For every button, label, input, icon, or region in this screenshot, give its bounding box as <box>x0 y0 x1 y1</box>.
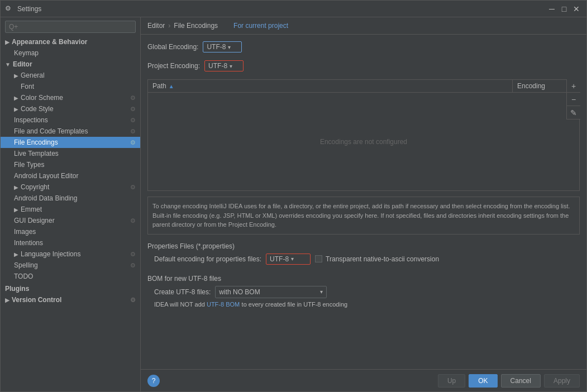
maximize-button[interactable]: □ <box>559 3 570 15</box>
sidebar-item-spelling[interactable]: Spelling ⚙ <box>1 260 140 271</box>
project-encoding-value: UTF-8 <box>208 62 227 70</box>
sidebar-item-keymap[interactable]: Keymap <box>1 47 140 59</box>
cancel-button[interactable]: Cancel <box>501 374 541 388</box>
default-encoding-dropdown[interactable]: UTF-8 ▾ <box>266 254 311 265</box>
chevron-icon: ▶ <box>14 207 18 213</box>
sidebar-item-code-style[interactable]: ▶ Code Style ⚙ <box>1 103 140 114</box>
breadcrumb-parent: Editor <box>147 22 165 30</box>
sidebar-item-file-types[interactable]: File Types <box>1 159 140 170</box>
sidebar-item-emmet[interactable]: ▶ Emmet <box>1 204 140 215</box>
sidebar-item-label: File Types <box>14 161 44 169</box>
settings-icon: ⚙ <box>130 184 136 191</box>
bom-section-label: BOM for new UTF-8 files <box>147 275 580 283</box>
sidebar-item-font[interactable]: Font <box>1 81 140 92</box>
settings-icon: ⚙ <box>130 251 136 258</box>
global-encoding-value: UTF-8 <box>207 43 226 51</box>
bom-info-suffix: to every created file in UTF-8 encoding <box>242 301 348 308</box>
bom-dropdown[interactable]: with NO BOM ▾ <box>215 286 327 298</box>
settings-icon: ⚙ <box>130 94 136 102</box>
sidebar-item-intentions[interactable]: Intentions <box>1 237 140 248</box>
sidebar-item-label: Code Style <box>21 105 54 113</box>
sidebar-item-label: File and Code Templates <box>14 127 88 135</box>
minimize-button[interactable]: ─ <box>546 3 557 15</box>
sidebar-item-gui-designer[interactable]: GUI Designer ⚙ <box>1 215 140 226</box>
transparent-checkbox-row: Transparent native-to-ascii conversion <box>315 255 439 263</box>
description-content: To change encoding IntelliJ IDEA uses fo… <box>152 203 570 228</box>
sidebar-item-language-injections[interactable]: ▶ Language Injections ⚙ <box>1 248 140 260</box>
sidebar-item-file-encodings[interactable]: File Encodings ⚙ <box>1 137 140 148</box>
global-encoding-dropdown[interactable]: UTF-8 ▾ <box>203 41 242 52</box>
chevron-icon: ▼ <box>5 61 11 68</box>
encoding-table: Path ▲ Encoding Encodings are not config… <box>147 79 580 191</box>
sidebar-item-copyright[interactable]: ▶ Copyright ⚙ <box>1 181 140 193</box>
table-actions: + − ✎ <box>566 79 580 119</box>
chevron-icon: ▶ <box>14 73 18 79</box>
sidebar-item-label: File Encodings <box>14 138 58 146</box>
project-link[interactable]: For current project <box>233 22 288 30</box>
sidebar-item-label: Live Templates <box>14 150 59 157</box>
sidebar-item-version-control[interactable]: ▶ Version Control ⚙ <box>1 294 140 305</box>
edit-row-button[interactable]: ✎ <box>567 106 580 119</box>
close-button[interactable]: ✕ <box>571 3 582 15</box>
settings-icon: ⚙ <box>130 262 136 269</box>
sidebar-item-label: Appearance & Behavior <box>12 38 87 46</box>
sidebar-item-inspections[interactable]: Inspections ⚙ <box>1 114 140 126</box>
dropdown-arrow-icon: ▾ <box>320 289 323 295</box>
bom-info-link[interactable]: UTF-8 BOM <box>207 301 240 308</box>
ok-button[interactable]: OK <box>469 374 497 388</box>
sidebar-item-editor[interactable]: ▼ Editor <box>1 59 140 70</box>
sidebar-item-live-templates[interactable]: Live Templates <box>1 148 140 159</box>
sidebar-item-label: Android Layout Editor <box>14 172 78 180</box>
sidebar-item-label: Inspections <box>14 116 48 124</box>
sidebar-item-plugins[interactable]: Plugins <box>1 283 140 294</box>
sidebar-item-label: Keymap <box>14 49 39 57</box>
breadcrumb-separator: › <box>168 22 170 30</box>
main-content: ▶ Appearance & Behavior Keymap ▼ Editor … <box>1 17 586 391</box>
panel-content: Global Encoding: UTF-8 ▾ Project Encodin… <box>141 35 586 369</box>
chevron-icon: ▶ <box>14 251 18 257</box>
properties-files-section: Properties Files (*.properties) Default … <box>147 240 580 267</box>
sidebar-item-android-data-binding[interactable]: Android Data Binding <box>1 193 140 204</box>
description-text: To change encoding IntelliJ IDEA uses fo… <box>147 197 580 235</box>
sidebar-item-color-scheme[interactable]: ▶ Color Scheme ⚙ <box>1 92 140 103</box>
sidebar-item-appearance[interactable]: ▶ Appearance & Behavior <box>1 36 140 47</box>
sidebar-item-label: Color Scheme <box>21 94 63 102</box>
path-column-header: Path ▲ <box>148 80 512 92</box>
bom-value: with NO BOM <box>219 288 260 296</box>
settings-icon: ⚙ <box>130 128 136 135</box>
sidebar-item-label: GUI Designer <box>14 217 55 224</box>
project-encoding-dropdown[interactable]: UTF-8 ▾ <box>204 60 244 71</box>
global-encoding-label: Global Encoding: <box>147 43 198 51</box>
chevron-icon: ▶ <box>5 39 9 45</box>
sidebar-item-images[interactable]: Images <box>1 226 140 237</box>
bottom-bar: ? Up OK Cancel Apply <box>141 369 586 391</box>
create-utf8-row: Create UTF-8 files: with NO BOM ▾ <box>147 286 580 298</box>
bom-section: BOM for new UTF-8 files Create UTF-8 fil… <box>147 275 580 308</box>
sort-icon: ▲ <box>169 83 174 89</box>
sidebar-item-label: Version Control <box>12 296 61 304</box>
sidebar-item-todo[interactable]: TODO <box>1 271 140 282</box>
transparent-label: Transparent native-to-ascii conversion <box>326 255 439 263</box>
search-input[interactable] <box>5 21 136 33</box>
default-encoding-label: Default encoding for properties files: <box>154 255 261 263</box>
sidebar-item-label: Editor <box>13 60 32 68</box>
bom-info-prefix: IDEA will NOT add <box>154 301 207 308</box>
breadcrumb-current: File Encodings <box>174 22 218 30</box>
breadcrumb: Editor › File Encodings For current proj… <box>141 17 586 35</box>
sidebar-item-file-code-templates[interactable]: File and Code Templates ⚙ <box>1 126 140 137</box>
project-encoding-label: Project Encoding: <box>147 62 200 70</box>
sidebar-item-label: Intentions <box>14 239 43 247</box>
settings-window: ⚙ Settings ─ □ ✕ ▶ Appearance & Behavior… <box>0 0 587 392</box>
sidebar-item-label: Language Injections <box>21 250 80 258</box>
transparent-checkbox[interactable] <box>315 255 322 262</box>
remove-row-button[interactable]: − <box>567 93 580 106</box>
sidebar-item-label: Images <box>14 228 36 236</box>
app-icon: ⚙ <box>5 4 14 13</box>
help-button[interactable]: ? <box>147 375 160 387</box>
sidebar-item-label: TODO <box>14 273 33 280</box>
add-row-button[interactable]: + <box>567 79 580 93</box>
sidebar-item-general[interactable]: ▶ General <box>1 70 140 81</box>
settings-icon: ⚙ <box>130 217 136 224</box>
sidebar-item-label: Font <box>21 83 34 90</box>
sidebar-item-android-layout-editor[interactable]: Android Layout Editor <box>1 170 140 181</box>
